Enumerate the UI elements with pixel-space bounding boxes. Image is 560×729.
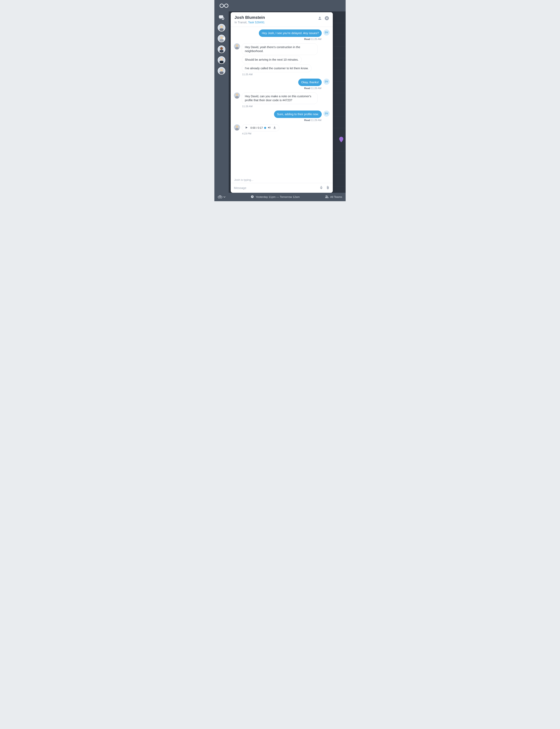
team-label: All Teams (330, 195, 342, 199)
self-avatar-badge: DV (323, 111, 330, 117)
conversation-avatar-1[interactable] (218, 24, 225, 32)
svg-rect-6 (219, 50, 224, 53)
play-icon[interactable] (245, 126, 248, 130)
clock-icon (251, 195, 254, 199)
time-range-selector[interactable]: Yesterday 11pm — Tomorrow 12am (229, 195, 322, 199)
svg-rect-2 (219, 28, 224, 31)
contact-name: Josh Blumstein (235, 15, 265, 20)
message-audio: 0:00 / 0:17 (234, 124, 330, 131)
svg-point-24 (327, 196, 328, 197)
bubble-out: Sure, adding to their profile now. (274, 111, 322, 118)
svg-point-9 (220, 69, 223, 71)
chevron-down-icon (223, 195, 225, 199)
main-area: Josh Blumstein In Transit, Task 528491 (214, 11, 346, 193)
volume-icon[interactable] (267, 126, 271, 130)
message-meta: 4:23 PM (242, 132, 330, 135)
message-list[interactable]: Hey Josh, I see you're delayed. Any issu… (231, 27, 333, 177)
typing-indicator: Josh is typing... (231, 177, 333, 183)
message-out: Hey Josh, I see you're delayed. Any issu… (234, 29, 330, 37)
contact-avatar (234, 43, 240, 49)
svg-point-17 (236, 125, 238, 128)
svg-rect-18 (235, 128, 239, 131)
task-link[interactable]: Task 528491 (248, 21, 265, 24)
map-pin-icon (339, 137, 343, 142)
message-meta: 11:28 AM (242, 105, 330, 108)
attachment-icon[interactable] (326, 186, 330, 190)
status-text: In Transit, (235, 21, 248, 24)
svg-rect-16 (235, 96, 239, 99)
time-range-label: Yesterday 11pm — Tomorrow 12am (256, 195, 300, 199)
message-in: Should be arriving in the next 10 minute… (234, 56, 330, 64)
svg-point-21 (220, 196, 222, 198)
message-out: Sure, adding to their profile now. DV (234, 111, 330, 118)
svg-point-11 (319, 17, 321, 18)
app-root: Josh Blumstein In Transit, Task 528491 (214, 0, 346, 201)
bubble-in: I've already called the customer to let … (242, 64, 311, 72)
message-composer (231, 183, 333, 193)
app-logo-infinity-icon (220, 3, 228, 8)
audio-bubble: 0:00 / 0:17 (242, 124, 279, 131)
bubble-in: Hey David, can you make a note on this c… (242, 92, 318, 104)
conversation-avatar-4[interactable] (218, 56, 225, 64)
message-in: I've already called the customer to let … (234, 64, 330, 72)
svg-point-23 (326, 196, 327, 197)
bubble-out: Okay, thanks! (298, 79, 322, 86)
svg-rect-19 (321, 186, 322, 188)
bubble-in: Should be arriving in the next 10 minute… (242, 56, 302, 64)
svg-point-13 (236, 44, 238, 47)
view-mode-selector[interactable] (218, 195, 225, 199)
close-icon[interactable] (325, 16, 329, 20)
svg-rect-10 (219, 72, 224, 74)
bubble-out: Hey Josh, I see you're delayed. Any issu… (259, 29, 322, 37)
svg-point-15 (236, 94, 238, 96)
chat-panel: Josh Blumstein In Transit, Task 528491 (231, 12, 333, 193)
microphone-icon[interactable] (319, 186, 323, 190)
contact-avatar (234, 92, 240, 99)
self-avatar-badge: DV (323, 79, 330, 85)
message-meta: Read 11:26 AM (234, 87, 321, 90)
svg-rect-8 (219, 61, 224, 63)
conversation-avatar-2-active[interactable] (218, 35, 225, 42)
message-meta: Read 11:25 AM (234, 38, 321, 41)
chat-subtitle: In Transit, Task 528491 (235, 21, 265, 24)
bubble-in: Hey David, yeah there's construction in … (242, 43, 318, 55)
self-avatar-badge: DV (323, 29, 330, 36)
message-in: Hey David, can you make a note on this c… (234, 92, 330, 104)
conversation-avatar-3[interactable] (218, 46, 225, 53)
message-out: Okay, thanks! DV (234, 79, 330, 86)
svg-point-7 (220, 58, 223, 61)
binoculars-icon (218, 195, 222, 199)
svg-point-5 (220, 47, 223, 50)
chat-header: Josh Blumstein In Transit, Task 528491 (231, 12, 333, 27)
team-selector[interactable]: All Teams (325, 195, 342, 199)
svg-point-1 (220, 26, 223, 28)
svg-point-20 (218, 196, 220, 198)
conversation-avatar-5[interactable] (218, 67, 225, 75)
message-meta: Read 11:29 AM (234, 119, 321, 122)
contact-avatar (234, 124, 240, 131)
message-input[interactable] (234, 186, 316, 190)
bottombar: Yesterday 11pm — Tomorrow 12am All Teams (214, 193, 346, 201)
message-meta: 11:25 AM (242, 73, 330, 76)
svg-rect-14 (235, 47, 239, 49)
download-icon[interactable] (273, 126, 276, 130)
message-in: Hey David, yeah there's construction in … (234, 43, 330, 55)
team-icon (325, 195, 329, 199)
topbar (214, 0, 346, 11)
new-conversation-button[interactable] (218, 14, 225, 21)
audio-time: 0:00 / 0:17 (250, 126, 263, 130)
conversation-sidebar (214, 11, 229, 193)
profile-icon[interactable] (318, 16, 322, 20)
